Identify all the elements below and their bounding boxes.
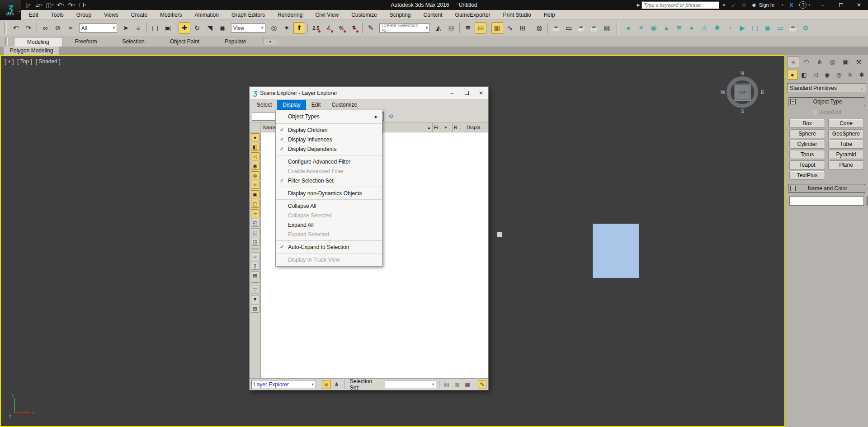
menu-item[interactable]: Tools bbox=[45, 10, 70, 20]
display-bones-icon[interactable]: ➢ bbox=[251, 209, 259, 217]
viewcube-top-face[interactable]: TOP bbox=[734, 84, 750, 100]
display-menu-item[interactable]: ✓ Auto-Expand to Selection ▶ bbox=[276, 242, 382, 252]
viewcube-west[interactable]: W bbox=[721, 89, 725, 95]
display-menu-item[interactable]: ✓ Configure Advanced Filter ▶ bbox=[276, 157, 382, 166]
schematic-view-icon[interactable]: ⊞ bbox=[517, 22, 528, 34]
use-pivot-point-center-icon[interactable]: ◎ bbox=[268, 22, 280, 34]
object-type-button[interactable]: Pyramid bbox=[828, 150, 864, 159]
undo-icon[interactable]: ↶▾ bbox=[56, 1, 65, 9]
display-menu-item[interactable]: ✓ Display Dependents ▶ bbox=[276, 144, 382, 154]
motion-tab-icon[interactable]: ◎ bbox=[826, 56, 839, 67]
menu-item[interactable]: Scripting bbox=[383, 10, 417, 20]
menu-item[interactable]: Civil View bbox=[309, 10, 345, 20]
object-type-button[interactable]: TextPlus bbox=[789, 171, 825, 180]
civil-window-icon[interactable]: ▭ bbox=[774, 22, 786, 34]
display-lights-icon[interactable]: ◁ bbox=[251, 152, 259, 160]
helpers-category-icon[interactable]: ◎ bbox=[833, 70, 844, 80]
ribbon-tab[interactable]: Freeform bbox=[62, 37, 110, 47]
notes-page-icon[interactable]: ▤ bbox=[251, 271, 259, 279]
viewcube-north[interactable]: N bbox=[741, 70, 744, 76]
display-tab-icon[interactable]: ▣ bbox=[840, 56, 852, 67]
dialog-title-bar[interactable]: Ʒ Scene Explorer - Layer Explorer – ✕ bbox=[250, 87, 488, 99]
snaps-toggle-icon[interactable]: 2.5 bbox=[310, 22, 322, 34]
layer-explorer-icon[interactable]: ▥ bbox=[491, 22, 503, 34]
add-to-selection-set-icon[interactable]: ▥ bbox=[453, 380, 462, 389]
spinner-snap-icon[interactable]: ⇅ bbox=[348, 22, 360, 34]
display-bone-objects-icon[interactable]: ◱ bbox=[251, 228, 259, 236]
dialog-menu-item[interactable]: Display bbox=[277, 100, 306, 110]
select-and-place-icon[interactable]: ◉ bbox=[217, 22, 228, 34]
create-selection-set-icon[interactable]: ▤ bbox=[442, 380, 451, 389]
object-name-field[interactable] bbox=[789, 197, 864, 206]
civil-monitor-panel-icon[interactable]: ▢ bbox=[749, 22, 761, 34]
render-production-icon[interactable]: ☕ bbox=[576, 22, 587, 34]
object-type-button[interactable]: Sphere bbox=[789, 129, 825, 138]
menu-item[interactable]: Content bbox=[417, 10, 449, 20]
hierarchy-mode-icon[interactable]: ⋔ bbox=[332, 380, 341, 389]
unlink-selection-icon[interactable]: ⊘ bbox=[52, 22, 64, 34]
restore-button[interactable] bbox=[832, 0, 850, 10]
blank-page-icon[interactable]: ▯ bbox=[251, 262, 259, 270]
align-icon[interactable]: ⊟ bbox=[445, 22, 457, 34]
exchange-apps-icon[interactable]: X bbox=[786, 1, 797, 9]
open-file-icon[interactable]: ▱▾ bbox=[34, 1, 43, 9]
angle-snap-icon[interactable]: ∠ bbox=[323, 22, 335, 34]
layer-manager-icon[interactable]: ≣ bbox=[462, 22, 474, 34]
space-warps-category-icon[interactable]: ≋ bbox=[845, 70, 856, 80]
display-containers-icon[interactable]: ◰ bbox=[251, 219, 259, 227]
viewport-menu[interactable]: [ + ] bbox=[5, 58, 14, 65]
display-menu-item[interactable]: ✓ Collapse All ▶ bbox=[276, 201, 382, 211]
sign-in-button[interactable]: Sign In ▾ bbox=[759, 2, 786, 8]
close-button[interactable]: ✕ bbox=[850, 0, 868, 10]
ribbon-options-dropdown[interactable]: ▾ bbox=[264, 38, 277, 45]
advanced-filter-icon[interactable]: ⚙ bbox=[388, 113, 394, 120]
menu-item[interactable]: Edit bbox=[23, 10, 45, 20]
max-application-menu-button[interactable]: Ʒ MAX ▾ bbox=[0, 0, 21, 20]
display-menu-item[interactable]: ✓ Expand All ▶ bbox=[276, 220, 382, 230]
window-crossing-icon[interactable]: ▣ bbox=[162, 22, 174, 34]
object-type-button[interactable]: Teapot bbox=[789, 160, 825, 169]
modify-tab-icon[interactable]: ◠ bbox=[800, 56, 812, 67]
menu-item[interactable]: Rendering bbox=[271, 10, 309, 20]
selection-set-dropdown[interactable]: ▾ bbox=[385, 380, 436, 389]
redo-icon[interactable]: ↷ bbox=[23, 22, 34, 34]
civil-mountains-icon[interactable]: ▲ bbox=[660, 22, 672, 34]
civil-sphere-icon[interactable]: ● bbox=[623, 22, 634, 34]
column-header-render[interactable]: R... bbox=[452, 123, 465, 132]
user-icon[interactable]: ☻ bbox=[749, 1, 759, 9]
viewport-menu[interactable]: [ Top ] bbox=[17, 58, 32, 65]
column-header-display[interactable]: Displa... bbox=[465, 123, 488, 132]
search-flyout-icon[interactable]: ▶ bbox=[637, 3, 640, 7]
layer-list-icon[interactable]: ≣ bbox=[251, 252, 259, 260]
object-type-button[interactable]: GeoSphere bbox=[828, 129, 864, 138]
selection-filter-dropdown[interactable]: All ▾ bbox=[79, 23, 117, 33]
display-menu-item[interactable]: ✓ Display Influences ▶ bbox=[276, 135, 382, 144]
object-type-button[interactable]: Box bbox=[789, 119, 825, 128]
civil-camera-settings-icon[interactable]: ◉ bbox=[762, 22, 774, 34]
select-object-icon[interactable]: ➤ bbox=[120, 22, 132, 34]
civil-sun-icon[interactable]: ☀ bbox=[635, 22, 647, 34]
column-filter-icon[interactable]: ▼ bbox=[444, 126, 448, 130]
sign-in-caret-icon[interactable]: ▾ bbox=[782, 3, 783, 7]
layer-mode-icon[interactable]: ≣ bbox=[322, 380, 331, 389]
display-groups-icon[interactable]: ▣ bbox=[251, 190, 259, 198]
display-helpers-icon[interactable]: ◎ bbox=[251, 171, 259, 179]
collapse-rollout-icon[interactable]: − bbox=[790, 186, 796, 191]
civil-fan-icon[interactable]: ✺ bbox=[711, 22, 723, 34]
keyword-search-input[interactable] bbox=[642, 1, 719, 9]
menu-item[interactable]: Animation bbox=[189, 10, 225, 20]
civil-teapot-icon[interactable]: ☕ bbox=[787, 22, 799, 34]
viewcube-south[interactable]: S bbox=[741, 108, 744, 114]
menu-item[interactable]: Views bbox=[98, 10, 125, 20]
civil-camera-icon[interactable]: ◉ bbox=[648, 22, 660, 34]
civil-settings-icon[interactable]: ⚙ bbox=[800, 22, 811, 34]
menu-item[interactable]: Create bbox=[125, 10, 154, 20]
autogrid-checkbox[interactable] bbox=[812, 110, 817, 115]
select-and-scale-icon[interactable]: ◥ bbox=[204, 22, 216, 34]
name-and-color-rollout[interactable]: − Name and Color bbox=[788, 184, 865, 193]
subtract-from-selection-set-icon[interactable]: ▦ bbox=[463, 380, 472, 389]
select-by-name-filter-icon[interactable]: ✎ bbox=[478, 380, 486, 389]
display-menu-item[interactable]: ✓ Object Types ▶ bbox=[276, 111, 382, 122]
bind-to-space-warp-icon[interactable]: ≈ bbox=[65, 22, 76, 34]
utilities-tab-icon[interactable]: ⚒ bbox=[853, 56, 865, 67]
